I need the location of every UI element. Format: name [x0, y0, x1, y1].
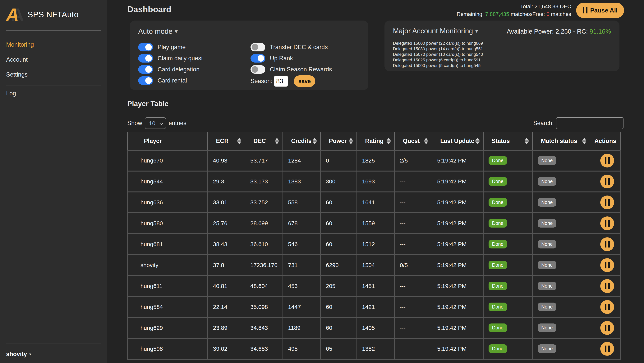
column-header-credits[interactable]: Credits — [283, 132, 321, 150]
play-game-toggle[interactable] — [138, 43, 153, 52]
row-pause-button[interactable] — [600, 342, 614, 356]
toggle-knob — [252, 66, 258, 73]
table-row: hung61140.8148.6044532051451---5:19:42 P… — [128, 275, 620, 296]
page-title: Dashboard — [127, 5, 171, 14]
row-pause-button[interactable] — [600, 279, 614, 293]
row-pause-button[interactable] — [600, 175, 614, 188]
match-status-cell: None — [533, 150, 590, 171]
row-pause-button[interactable] — [600, 154, 614, 168]
claim-daily-quest-toggle[interactable] — [138, 54, 153, 63]
column-header-power[interactable]: Power — [321, 132, 357, 150]
quest-cell: --- — [395, 317, 432, 338]
row-pause-button[interactable] — [600, 258, 614, 272]
row-pause-button[interactable] — [600, 300, 614, 314]
rating-cell: 1421 — [357, 296, 395, 317]
rc-value: 91.16% — [590, 28, 611, 35]
toggle-label: Play game — [158, 44, 186, 51]
card-rental-toggle[interactable] — [138, 76, 153, 85]
dec-cell: 28.699 — [245, 213, 283, 234]
ecr-cell: 38.43 — [208, 234, 245, 255]
toggle-label: Claim daily quest — [158, 55, 203, 62]
dec-cell: 48.604 — [245, 275, 283, 296]
auto-mode-toggles: Play gameClaim daily questCard delegatio… — [138, 42, 360, 87]
match-status-badge: None — [538, 198, 556, 207]
column-header-match-status[interactable]: Match status — [533, 132, 590, 150]
up-rank-toggle[interactable] — [250, 54, 265, 63]
ecr-cell: 29.3 — [208, 171, 245, 192]
column-header-quest[interactable]: Quest — [395, 132, 432, 150]
sort-icon — [582, 138, 586, 144]
column-header-status[interactable]: Status — [484, 132, 533, 150]
match-status-cell: None — [533, 171, 590, 192]
auto-mode-panel: Auto mode ▼ Play gameClaim daily questCa… — [130, 21, 368, 90]
credits-cell: 1383 — [283, 171, 321, 192]
player-cell: hung629 — [128, 317, 208, 338]
table-row: hung67040.9353.7171284018252/55:19:42 PM… — [128, 150, 620, 171]
sidebar-item-settings[interactable]: Settings — [6, 67, 101, 82]
table-row: hung59839.0234.683495651382---5:19:42 PM… — [128, 338, 620, 359]
credits-cell: 558 — [283, 192, 321, 213]
power-cell: 60 — [321, 317, 357, 338]
dec-cell: 33.752 — [245, 192, 283, 213]
column-label: Power — [329, 138, 347, 144]
dec-cell: 53.717 — [245, 150, 283, 171]
sidebar-item-monitoring[interactable]: Monitoring — [6, 37, 101, 52]
toggle-row: Claim Season Rewards — [250, 64, 360, 75]
major-monitoring-head: Major Account Monitoring ▼ Available Pow… — [393, 27, 611, 35]
entries-select[interactable]: 10 — [145, 117, 166, 129]
sidebar-item-account[interactable]: Account — [6, 52, 101, 67]
credits-cell: 453 — [283, 275, 321, 296]
quest-cell: --- — [395, 234, 432, 255]
column-header-rating[interactable]: Rating — [357, 132, 395, 150]
column-label: Credits — [291, 138, 312, 144]
player-table: PlayerECRDECCreditsPowerRatingQuestLast … — [127, 132, 621, 360]
status-cell: Done — [484, 275, 533, 296]
row-pause-button[interactable] — [600, 195, 614, 209]
power-cell: 6290 — [321, 255, 357, 275]
match-status-badge: None — [538, 156, 556, 165]
auto-mode-title[interactable]: Auto mode ▼ — [138, 28, 360, 36]
last-update-cell: 5:19:42 PM — [432, 213, 484, 234]
user-menu[interactable]: shovity ▾ — [6, 351, 31, 358]
remaining-label: Remaining: — [456, 11, 484, 17]
delegation-line: Delegated 15000 power (5 card(s)) to hun… — [393, 63, 611, 68]
sidebar-item-log[interactable]: Log — [6, 86, 101, 101]
toggle-knob — [145, 77, 152, 84]
toggle-row: Card delegation — [138, 64, 250, 75]
row-pause-button[interactable] — [600, 216, 614, 230]
column-header-ecr[interactable]: ECR — [208, 132, 245, 150]
sort-icon — [275, 138, 279, 144]
column-header-last-update[interactable]: Last Update — [432, 132, 484, 150]
status-badge: Done — [488, 156, 507, 165]
sort-icon — [237, 138, 241, 144]
status-badge: Done — [488, 198, 507, 207]
credits-cell: 495 — [283, 338, 321, 359]
pause-icon — [605, 157, 606, 164]
available-power-label: Available Power: — [507, 28, 556, 35]
season-label: Season: — [250, 78, 272, 85]
search-input[interactable] — [556, 117, 624, 129]
actions-cell — [590, 296, 620, 317]
major-monitoring-title[interactable]: Major Account Monitoring ▼ — [393, 27, 479, 35]
column-label: Last Update — [440, 138, 474, 144]
row-pause-button[interactable] — [600, 321, 614, 335]
column-header-dec[interactable]: DEC — [245, 132, 283, 150]
pause-all-button[interactable]: Pause All — [576, 3, 624, 18]
season-input[interactable] — [274, 76, 288, 87]
pause-icon — [605, 262, 606, 268]
card-delegation-toggle[interactable] — [138, 65, 153, 74]
transfer-dec-cards-toggle[interactable] — [250, 43, 265, 52]
ecr-cell: 40.81 — [208, 275, 245, 296]
column-header-actions: Actions — [590, 132, 620, 150]
row-pause-button[interactable] — [600, 237, 614, 251]
search-label: Search: — [533, 120, 554, 127]
ecr-cell: 37.8 — [208, 255, 245, 275]
match-status-cell: None — [533, 338, 590, 359]
rating-cell: 1405 — [357, 317, 395, 338]
season-save-button[interactable]: save — [294, 75, 316, 87]
claim-season-rewards-toggle[interactable] — [250, 65, 265, 74]
match-status-cell: None — [533, 255, 590, 275]
total-dec-line: Total: 21,648.33 DEC — [456, 3, 571, 10]
logo-letter: A — [6, 5, 19, 24]
table-row: hung54429.333.17313833001693---5:19:42 P… — [128, 171, 620, 192]
